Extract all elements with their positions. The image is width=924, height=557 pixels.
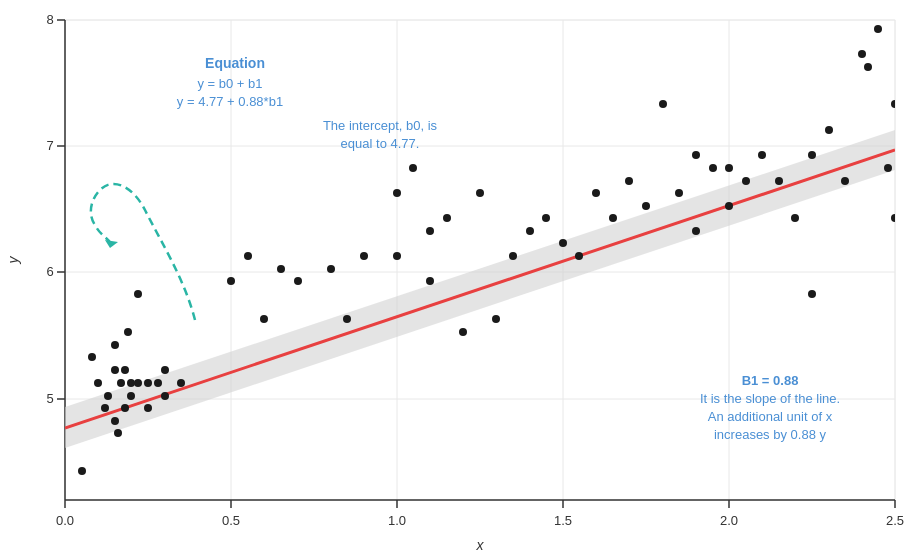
svg-point-54	[134, 290, 142, 298]
svg-point-79	[509, 252, 517, 260]
svg-point-52	[127, 379, 135, 387]
svg-point-61	[177, 379, 185, 387]
svg-point-66	[294, 277, 302, 285]
svg-point-57	[144, 404, 152, 412]
chart-container: 0.0 0.5 1.0 1.5 2.0 2.5 8 7 6 5 x y	[0, 0, 924, 557]
svg-text:1.0: 1.0	[388, 513, 406, 528]
svg-point-55	[134, 379, 142, 387]
svg-point-50	[121, 404, 129, 412]
svg-point-64	[260, 315, 268, 323]
svg-point-49	[121, 366, 129, 374]
svg-point-87	[642, 202, 650, 210]
svg-text:The intercept, b0, is: The intercept, b0, is	[323, 118, 438, 133]
svg-point-86	[625, 177, 633, 185]
svg-point-58	[154, 379, 162, 387]
svg-text:7: 7	[46, 138, 53, 153]
svg-point-42	[101, 404, 109, 412]
svg-text:y = 4.77 + 0.88*b1: y = 4.77 + 0.88*b1	[177, 94, 283, 109]
svg-point-40	[88, 353, 96, 361]
svg-point-101	[825, 126, 833, 134]
svg-point-95	[742, 177, 750, 185]
svg-text:0.0: 0.0	[56, 513, 74, 528]
svg-point-67	[327, 265, 335, 273]
svg-point-105	[874, 25, 882, 33]
svg-point-68	[343, 315, 351, 323]
svg-point-77	[476, 189, 484, 197]
svg-point-83	[575, 252, 583, 260]
svg-point-88	[659, 100, 667, 108]
svg-point-93	[725, 202, 733, 210]
svg-point-71	[409, 164, 417, 172]
svg-point-90	[692, 151, 700, 159]
svg-point-47	[114, 429, 122, 437]
svg-point-62	[227, 277, 235, 285]
svg-point-43	[104, 392, 112, 400]
svg-point-82	[559, 239, 567, 247]
svg-point-65	[277, 265, 285, 273]
svg-text:It is the slope of the line.: It is the slope of the line.	[700, 391, 840, 406]
svg-point-99	[808, 151, 816, 159]
svg-point-39	[78, 467, 86, 475]
svg-point-80	[526, 227, 534, 235]
svg-point-104	[864, 63, 872, 71]
svg-text:y: y	[5, 256, 21, 265]
svg-point-103	[858, 50, 866, 58]
svg-point-48	[117, 379, 125, 387]
svg-text:equal to 4.77.: equal to 4.77.	[341, 136, 420, 151]
svg-point-106	[884, 164, 892, 172]
svg-point-41	[94, 379, 102, 387]
svg-text:2.0: 2.0	[720, 513, 738, 528]
svg-point-96	[758, 151, 766, 159]
svg-text:B1 = 0.88: B1 = 0.88	[742, 373, 799, 388]
svg-point-94	[725, 164, 733, 172]
svg-point-89	[675, 189, 683, 197]
svg-text:increases by 0.88 y: increases by 0.88 y	[714, 427, 827, 442]
svg-point-75	[443, 214, 451, 222]
svg-point-45	[111, 417, 119, 425]
svg-point-70	[393, 189, 401, 197]
svg-point-76	[459, 328, 467, 336]
scatter-plot: 0.0 0.5 1.0 1.5 2.0 2.5 8 7 6 5 x y	[0, 0, 924, 557]
svg-text:2.5: 2.5	[886, 513, 904, 528]
svg-point-92	[709, 164, 717, 172]
svg-point-60	[161, 392, 169, 400]
svg-point-100	[808, 290, 816, 298]
svg-point-74	[426, 227, 434, 235]
svg-point-85	[609, 214, 617, 222]
svg-point-78	[492, 315, 500, 323]
svg-text:5: 5	[46, 391, 53, 406]
svg-point-44	[111, 366, 119, 374]
svg-text:8: 8	[46, 12, 53, 27]
svg-point-59	[161, 366, 169, 374]
svg-point-51	[124, 328, 132, 336]
svg-point-69	[360, 252, 368, 260]
svg-text:6: 6	[46, 264, 53, 279]
svg-point-63	[244, 252, 252, 260]
svg-text:y = b0 + b1: y = b0 + b1	[197, 76, 262, 91]
svg-text:0.5: 0.5	[222, 513, 240, 528]
svg-text:An additional unit of x: An additional unit of x	[708, 409, 833, 424]
svg-point-73	[426, 277, 434, 285]
svg-text:1.5: 1.5	[554, 513, 572, 528]
svg-point-46	[111, 341, 119, 349]
svg-point-102	[841, 177, 849, 185]
svg-point-84	[592, 189, 600, 197]
svg-point-91	[692, 227, 700, 235]
svg-point-98	[791, 214, 799, 222]
svg-text:x: x	[476, 537, 485, 553]
svg-point-53	[127, 392, 135, 400]
svg-text:Equation: Equation	[205, 55, 265, 71]
svg-point-56	[144, 379, 152, 387]
svg-point-72	[393, 252, 401, 260]
svg-point-97	[775, 177, 783, 185]
svg-point-81	[542, 214, 550, 222]
